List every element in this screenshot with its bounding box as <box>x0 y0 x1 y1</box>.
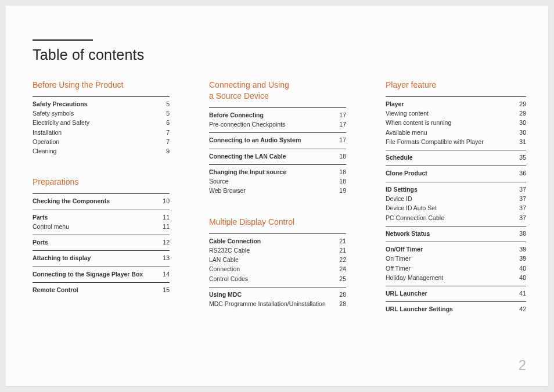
toc-group: Schedule35 <box>386 150 526 166</box>
toc-entry[interactable]: Electricity and Safety6 <box>33 118 170 127</box>
toc-entry-page: 25 <box>339 274 346 283</box>
toc-entry-page: 17 <box>339 135 346 145</box>
toc-column: Before Using the ProductSafety Precautio… <box>33 80 170 318</box>
toc-entry-label: Ports <box>33 238 53 247</box>
toc-entry[interactable]: Ports12 <box>33 238 170 247</box>
toc-entry[interactable]: Connection24 <box>209 264 346 274</box>
toc-entry-label: Safety symbols <box>33 109 78 118</box>
toc-entry[interactable]: Control menu11 <box>33 222 170 231</box>
toc-group: On/Off Timer39On Timer39Off Timer40Holid… <box>386 242 526 286</box>
toc-entry[interactable]: Control Codes25 <box>209 274 346 283</box>
toc-entry[interactable]: When content is running30 <box>386 118 526 127</box>
toc-entry-page: 36 <box>519 168 526 178</box>
section-heading[interactable]: Multiple Display Control <box>209 217 346 228</box>
toc-entry-label: Viewing content <box>386 109 433 118</box>
toc-entry-label: URL Launcher <box>386 289 432 298</box>
toc-entry-label: PC Connection Cable <box>386 213 449 222</box>
toc-entry[interactable]: MDC Programme Installation/Uninstallatio… <box>209 299 346 308</box>
toc-entry-page: 40 <box>519 264 526 273</box>
toc-entry[interactable]: Holiday Management40 <box>386 273 526 282</box>
toc-entry-page: 24 <box>339 264 346 274</box>
toc-entry-label: Operation <box>33 137 64 146</box>
toc-section: Connecting and Usinga Source DeviceBefor… <box>209 80 346 199</box>
toc-entry[interactable]: Off Timer40 <box>386 264 526 273</box>
toc-group: Remote Control15 <box>33 282 170 298</box>
toc-entry-label: Safety Precautions <box>33 99 92 109</box>
toc-entry-label: On/Off Timer <box>386 244 427 254</box>
toc-entry-page: 29 <box>519 109 526 118</box>
toc-entry-label: Network Status <box>386 229 434 238</box>
toc-entry[interactable]: On Timer39 <box>386 254 526 263</box>
toc-entry-label: Changing the Input source <box>209 167 291 177</box>
toc-entry[interactable]: Operation7 <box>33 137 170 146</box>
section-heading[interactable]: Before Using the Product <box>33 80 170 91</box>
toc-entry-page: 22 <box>339 255 346 264</box>
toc-entry[interactable]: Connecting the LAN Cable18 <box>209 152 346 161</box>
toc-entry[interactable]: Changing the Input source18 <box>209 167 346 177</box>
toc-entry[interactable]: Installation7 <box>33 128 170 137</box>
page: Table of contents Before Using the Produ… <box>6 6 548 386</box>
toc-entry-label: File Formats Compatible with Player <box>386 137 488 146</box>
toc-group: Using MDC28MDC Programme Installation/Un… <box>209 287 346 312</box>
toc-entry[interactable]: Checking the Components10 <box>33 196 170 206</box>
toc-entry[interactable]: URL Launcher41 <box>386 289 526 298</box>
toc-entry[interactable]: Connecting to an Audio System17 <box>209 135 346 145</box>
toc-entry-page: 35 <box>519 153 526 162</box>
toc-entry[interactable]: Player29 <box>386 99 526 109</box>
toc-entry[interactable]: Pre-connection Checkpoints17 <box>209 120 346 129</box>
toc-entry-label: LAN Cable <box>209 255 243 264</box>
toc-entry-page: 39 <box>519 254 526 263</box>
toc-entry[interactable]: On/Off Timer39 <box>386 244 526 254</box>
toc-column: Player featurePlayer29Viewing content29W… <box>386 80 526 318</box>
toc-entry[interactable]: RS232C Cable21 <box>209 246 346 255</box>
toc-group: URL Launcher41 <box>386 286 526 301</box>
toc-entry-label: Device ID Auto Set <box>386 203 441 213</box>
toc-entry[interactable]: Attaching to display13 <box>33 253 170 262</box>
toc-entry-label: Remote Control <box>33 285 83 294</box>
toc-entry[interactable]: Safety symbols5 <box>33 109 170 118</box>
toc-entry[interactable]: URL Launcher Settings42 <box>386 304 526 314</box>
toc-entry[interactable]: Using MDC28 <box>209 290 346 299</box>
toc-entry[interactable]: Schedule35 <box>386 153 526 162</box>
toc-entry[interactable]: File Formats Compatible with Player31 <box>386 137 526 146</box>
toc-entry-page: 18 <box>339 177 346 186</box>
toc-entry[interactable]: Parts11 <box>33 213 170 222</box>
toc-entry-label: Control menu <box>33 222 74 231</box>
toc-columns: Before Using the ProductSafety Precautio… <box>33 80 521 318</box>
toc-entry[interactable]: Source18 <box>209 177 346 186</box>
toc-group: Network Status38 <box>386 226 526 242</box>
toc-entry[interactable]: Connecting to the Signage Player Box14 <box>33 269 170 279</box>
toc-entry[interactable]: Cleaning9 <box>33 146 170 156</box>
toc-entry[interactable]: Available menu30 <box>386 128 526 137</box>
section-heading[interactable]: Connecting and Usinga Source Device <box>209 80 346 102</box>
toc-entry[interactable]: Web Browser19 <box>209 186 346 195</box>
toc-entry-label: URL Launcher Settings <box>386 304 458 314</box>
toc-section: Player featurePlayer29Viewing content29W… <box>386 80 526 318</box>
toc-entry[interactable]: PC Connection Cable37 <box>386 213 526 222</box>
toc-entry-label: Electricity and Safety <box>33 118 94 127</box>
toc-entry[interactable]: ID Settings37 <box>386 185 526 194</box>
toc-entry[interactable]: Remote Control15 <box>33 285 170 294</box>
toc-entry-label: Connecting to an Audio System <box>209 135 305 145</box>
toc-entry-label: When content is running <box>386 118 456 127</box>
toc-entry-label: Installation <box>33 128 66 137</box>
toc-entry-label: Before Connecting <box>209 110 268 120</box>
toc-entry[interactable]: Clone Product36 <box>386 168 526 178</box>
toc-entry-label: RS232C Cable <box>209 246 254 255</box>
toc-group: Connecting the LAN Cable18 <box>209 149 346 164</box>
toc-entry-page: 9 <box>166 146 170 156</box>
toc-entry-page: 17 <box>339 120 346 129</box>
toc-entry[interactable]: LAN Cable22 <box>209 255 346 264</box>
section-heading[interactable]: Player feature <box>386 80 526 91</box>
toc-entry[interactable]: Before Connecting17 <box>209 110 346 120</box>
toc-entry-label: Cable Connection <box>209 236 265 246</box>
toc-entry[interactable]: Device ID Auto Set37 <box>386 203 526 213</box>
toc-entry[interactable]: Cable Connection21 <box>209 236 346 246</box>
toc-entry[interactable]: Safety Precautions5 <box>33 99 170 109</box>
toc-entry[interactable]: Network Status38 <box>386 229 526 238</box>
toc-entry-label: Cleaning <box>33 146 61 156</box>
toc-entry[interactable]: Device ID37 <box>386 194 526 203</box>
toc-entry[interactable]: Viewing content29 <box>386 109 526 118</box>
toc-entry-label: Attaching to display <box>33 253 95 262</box>
section-heading[interactable]: Preparations <box>33 177 170 188</box>
